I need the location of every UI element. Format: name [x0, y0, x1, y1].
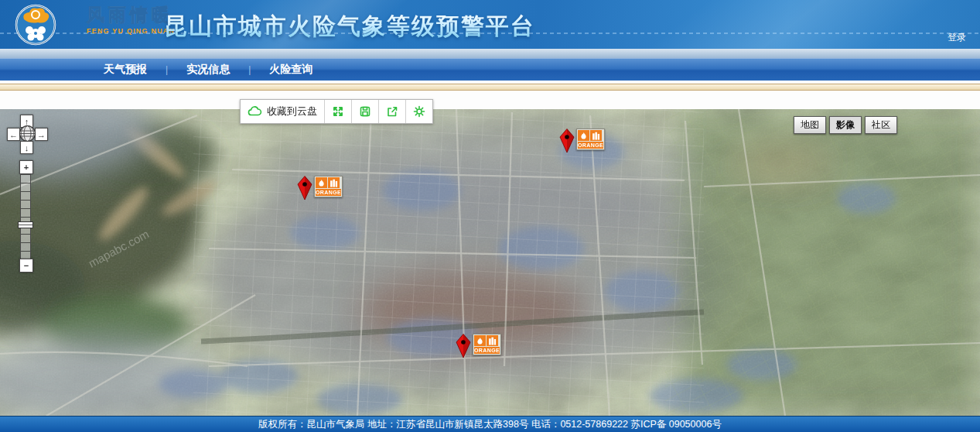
map-toolbar: 收藏到云盘: [240, 99, 433, 124]
nav-separator: |: [152, 64, 182, 75]
flame-icon: [316, 177, 327, 188]
zoom-out-button[interactable]: −: [19, 259, 33, 273]
logo-chinese-name: 风雨情暖: [87, 6, 175, 24]
warning-level-label: ORANGE: [316, 189, 341, 196]
fire-warning-marker[interactable]: ORANGE: [559, 129, 605, 153]
page: 风雨情暖 FENG YU QING NUAN 昆山市城市火险气象等级预警平台 登…: [0, 0, 980, 432]
copyright-text: 版权所有：昆山市气象局 地址：江苏省昆山市新镇昆太路398号 电话：0512-5…: [258, 419, 722, 430]
footer: 版权所有：昆山市气象局 地址：江苏省昆山市新镇昆太路398号 电话：0512-5…: [0, 416, 980, 432]
map-type-switcher: 地图 影像 社区: [794, 116, 897, 134]
warning-level-badge: ORANGE: [576, 129, 605, 150]
nav-item-live-info[interactable]: 实况信息: [182, 63, 234, 77]
settings-gear-icon: [413, 105, 425, 118]
map-type-button-map[interactable]: 地图: [794, 116, 826, 134]
fire-warning-marker[interactable]: ORANGE: [456, 334, 501, 358]
fullscreen-button[interactable]: [325, 100, 352, 123]
divider-strip: [0, 91, 980, 109]
flame-icon: [474, 335, 486, 346]
warning-level-label: ORANGE: [474, 347, 500, 354]
logo-text: 风雨情暖 FENG YU QING NUAN: [87, 6, 175, 35]
export-icon: [386, 105, 398, 118]
save-image-button[interactable]: [352, 100, 379, 123]
map-pin-icon: [297, 176, 312, 201]
warning-level-badge: ORANGE: [473, 334, 501, 355]
page-title: 昆山市城市火险气象等级预警平台: [164, 11, 535, 43]
flame-icon: [578, 130, 589, 141]
zoom-slider-handle[interactable]: [18, 221, 33, 228]
building-icon: [487, 335, 498, 346]
save-to-cloud-label: 收藏到云盘: [267, 105, 317, 118]
pan-right-button[interactable]: →: [35, 128, 48, 141]
weather-bureau-logo-icon: [14, 2, 57, 49]
fullscreen-icon: [332, 105, 344, 118]
settings-button[interactable]: [406, 100, 432, 123]
export-share-button[interactable]: [379, 100, 406, 123]
pan-down-button[interactable]: ↓: [20, 141, 33, 154]
nav-item-fire-risk-query[interactable]: 火险查询: [265, 63, 317, 77]
save-to-cloud-button[interactable]: 收藏到云盘: [241, 100, 325, 123]
nav-separator: |: [234, 64, 265, 75]
map-pin-icon: [559, 129, 575, 153]
building-icon: [328, 177, 340, 188]
map-pin-icon: [456, 334, 471, 358]
map-type-button-community[interactable]: 社区: [865, 116, 897, 134]
zoom-slider-track[interactable]: [20, 174, 31, 259]
nav-item-weather-forecast[interactable]: 天气预报: [99, 63, 152, 77]
building-icon: [590, 130, 602, 141]
tan-divider-strip: [0, 84, 980, 91]
save-icon: [359, 105, 371, 118]
fire-warning-marker[interactable]: ORANGE: [297, 176, 343, 201]
login-link[interactable]: 登录: [948, 31, 966, 44]
header-wave-decor: [552, 0, 980, 49]
warning-level-badge: ORANGE: [314, 176, 343, 197]
satellite-map-canvas[interactable]: mapabc.com ORANGE: [0, 109, 980, 416]
map-type-button-imagery[interactable]: 影像: [829, 116, 862, 134]
header-subbar: [0, 49, 980, 58]
satellite-imagery: mapabc.com: [0, 109, 980, 416]
header: 风雨情暖 FENG YU QING NUAN 昆山市城市火险气象等级预警平台 登…: [0, 0, 980, 49]
zoom-in-button[interactable]: +: [19, 160, 33, 174]
main-nav: 天气预报 | 实况信息 | 火险查询: [0, 58, 980, 81]
globe-reset-icon[interactable]: [19, 125, 36, 142]
logo-pinyin-name: FENG YU QING NUAN: [87, 28, 175, 35]
warning-level-label: ORANGE: [578, 142, 603, 149]
cloud-icon: [248, 105, 262, 118]
